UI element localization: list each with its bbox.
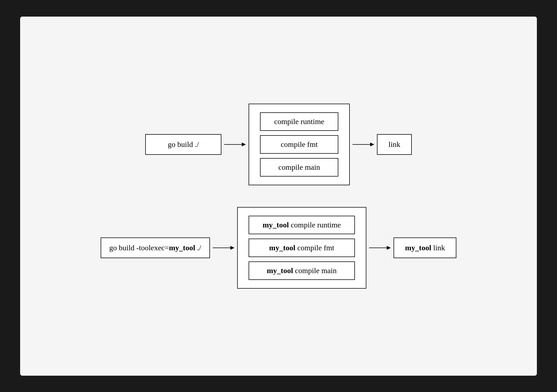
arrow-1	[224, 140, 246, 149]
link-box-2: my_tool link	[394, 237, 456, 258]
compile-item-fmt-1: compile fmt	[260, 135, 338, 154]
link-box-1: link	[377, 134, 412, 155]
cmd-prefix-2: go build -toolexec=	[109, 243, 169, 252]
compile-item-runtime-1: compile runtime	[260, 112, 338, 131]
svg-marker-7	[387, 246, 391, 250]
link-bold-2: my_tool	[405, 243, 431, 252]
cmd-box-1: go build ./	[145, 134, 221, 155]
arrow-4	[369, 244, 391, 252]
arrow-2	[352, 140, 374, 149]
cmd-bold-2: my_tool	[169, 243, 195, 252]
compile-item-main-2: my_tool compile main	[249, 261, 355, 280]
link-text-2: link	[431, 243, 445, 252]
compile-group-1: compile runtime compile fmt compile main	[249, 104, 350, 185]
compile-text-runtime: compile runtime	[289, 221, 341, 229]
svg-marker-3	[370, 143, 374, 146]
cmd-suffix-2: ./	[195, 243, 201, 252]
compile-item-fmt-2: my_tool compile fmt	[249, 239, 355, 257]
diagram-row-1: go build ./ compile runtime compile fmt …	[36, 104, 521, 185]
svg-marker-5	[230, 246, 234, 250]
compile-text-fmt: compile fmt	[295, 243, 334, 252]
compile-group-2: my_tool compile runtime my_tool compile …	[237, 207, 367, 289]
main-container: go build ./ compile runtime compile fmt …	[20, 17, 537, 376]
arrow-3	[213, 244, 234, 252]
compile-bold-fmt: my_tool	[269, 243, 295, 252]
compile-item-runtime-2: my_tool compile runtime	[249, 216, 355, 234]
compile-bold-main: my_tool	[267, 266, 293, 275]
cmd-box-2: go build -toolexec=my_tool ./	[101, 237, 210, 258]
cmd-text-1: go build ./	[168, 140, 199, 149]
compile-text-main: compile main	[293, 266, 336, 275]
compile-item-main-1: compile main	[260, 158, 338, 177]
diagram-row-2: go build -toolexec=my_tool ./ my_tool co…	[36, 207, 521, 289]
svg-marker-1	[242, 143, 246, 146]
compile-bold-runtime: my_tool	[263, 221, 289, 229]
